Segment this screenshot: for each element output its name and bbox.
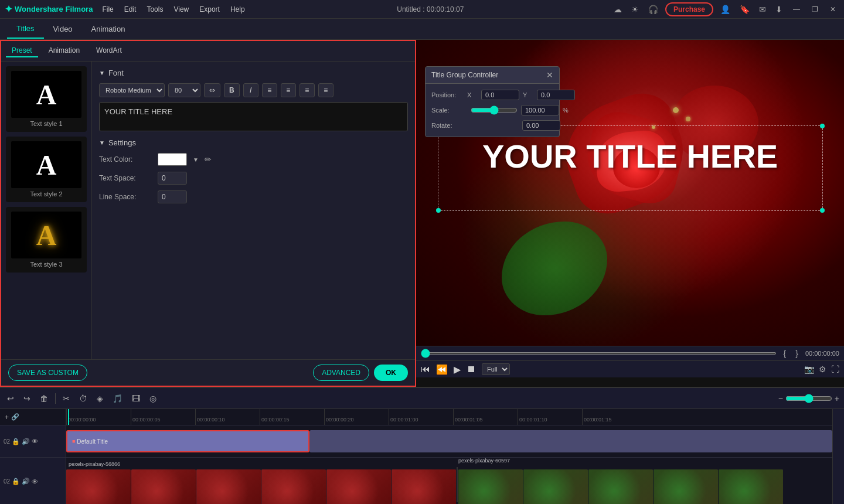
text-space-input[interactable] (158, 172, 187, 185)
spacing-btn[interactable]: ⇔ (204, 83, 220, 97)
minimize-button[interactable]: — (789, 4, 804, 15)
sun-icon[interactable]: ☀ (629, 4, 641, 15)
color-dropdown-icon[interactable]: ▼ (193, 156, 199, 163)
tgc-scale-input[interactable] (521, 105, 559, 115)
undo-btn[interactable]: ↩ (5, 393, 16, 404)
menu-view[interactable]: View (169, 3, 193, 16)
tgc-close-btn[interactable]: ✕ (546, 70, 553, 80)
play-btn[interactable]: ▶ (454, 364, 461, 375)
quality-select[interactable]: Full (482, 363, 510, 375)
video-clip-1f[interactable] (392, 469, 456, 504)
timebar[interactable]: 00:00:00:00 00:00:00:05 00:00:00:10 00:0… (66, 409, 832, 425)
in-point-btn[interactable]: { (781, 349, 789, 358)
menu-file[interactable]: File (97, 3, 118, 16)
preset-tab-animation[interactable]: Animation (43, 45, 86, 57)
menu-export[interactable]: Export (195, 3, 224, 16)
align-center-btn[interactable]: ≡ (281, 83, 296, 97)
video-clip-1d[interactable] (261, 469, 326, 504)
step-back-btn[interactable]: ⏪ (436, 364, 448, 375)
download-icon[interactable]: ⬇ (773, 4, 785, 15)
zoom-in-icon[interactable]: + (835, 394, 839, 403)
line-space-input[interactable] (158, 190, 187, 203)
mail-icon[interactable]: ✉ (757, 4, 768, 15)
color-picker[interactable] (158, 153, 187, 166)
cloud-icon[interactable]: ☁ (611, 4, 624, 15)
settings-section-header[interactable]: ▼ Settings (99, 138, 408, 147)
eyedropper-icon[interactable]: ✏ (205, 155, 212, 164)
video-clip-1e[interactable] (326, 469, 391, 504)
video-clip-2b[interactable] (523, 469, 588, 504)
topbar-right: ☁ ☀ 🎧 Purchase 👤 🔖 ✉ ⬇ — ❐ ✕ (611, 2, 839, 16)
audio-btn[interactable]: 🎵 (110, 393, 125, 404)
stop-btn[interactable]: ⏹ (467, 364, 476, 374)
preview-title-text[interactable]: YOUR TITLE HERE (482, 137, 778, 175)
title-clip[interactable]: ■ Default Title (66, 430, 309, 452)
advanced-button[interactable]: ADVANCED (313, 365, 369, 381)
delete-btn[interactable]: 🗑 (38, 393, 50, 404)
zoom-out-icon[interactable]: − (778, 394, 783, 403)
menu-edit[interactable]: Edit (120, 3, 141, 16)
video-volume-icon[interactable]: 🔊 (22, 478, 30, 485)
tab-video[interactable]: Video (44, 20, 82, 38)
preset-tab-preset[interactable]: Preset (6, 45, 38, 57)
expand-icon[interactable]: ⛶ (831, 365, 839, 374)
settings-icon[interactable]: ⚙ (819, 365, 826, 374)
out-point-btn[interactable]: } (793, 349, 801, 358)
video-eye-icon[interactable]: 👁 (32, 478, 38, 485)
close-button[interactable]: ✕ (826, 4, 839, 15)
snapshot-icon[interactable]: 📷 (804, 365, 814, 374)
clip-btn[interactable]: 🎞 (130, 393, 142, 404)
eye-icon[interactable]: 👁 (32, 438, 38, 445)
line-space-label: Line Space: (99, 193, 152, 201)
video-clip-2a[interactable] (458, 469, 523, 504)
bookmark-icon[interactable]: 🔖 (737, 4, 752, 15)
style-item-3[interactable]: A Text style 3 (6, 207, 87, 273)
style-item-1[interactable]: A Text style 1 (6, 66, 87, 132)
align-right-btn[interactable]: ≡ (300, 83, 315, 97)
tgc-rotate-input[interactable] (522, 120, 560, 131)
menu-help[interactable]: Help (226, 3, 250, 16)
video-track-2-container: pexels-pixabay-60597 (458, 467, 523, 502)
bold-btn[interactable]: B (224, 83, 240, 97)
save-as-custom-button[interactable]: SAVE AS CUSTOM (8, 365, 87, 381)
align-justify-btn[interactable]: ≡ (318, 83, 333, 97)
italic-btn[interactable]: I (243, 83, 258, 97)
preset-tab-wordart[interactable]: WordArt (90, 45, 128, 57)
align-left-btn[interactable]: ≡ (262, 83, 277, 97)
video-clip-1a[interactable] (66, 469, 131, 504)
lock-icon[interactable]: 🔒 (12, 438, 20, 445)
video-clip-2d[interactable] (654, 469, 718, 504)
tgc-y-input[interactable] (537, 90, 575, 100)
tgc-x-input[interactable] (481, 90, 519, 100)
speed-btn[interactable]: ⏱ (77, 393, 90, 404)
video-clip-2c[interactable] (588, 469, 653, 504)
font-size-select[interactable]: 80 (168, 83, 200, 97)
style-item-2[interactable]: A Text style 2 (6, 137, 87, 202)
color-btn[interactable]: ◈ (94, 393, 106, 404)
text-input[interactable]: YOUR TITLE HERE (99, 102, 408, 131)
preview-timeline-slider[interactable] (421, 352, 777, 355)
link-icon[interactable]: 🔗 (11, 413, 19, 421)
headphone-icon[interactable]: 🎧 (646, 4, 661, 15)
video-clip-1c[interactable] (196, 469, 261, 504)
purchase-button[interactable]: Purchase (665, 2, 713, 16)
video-clip-2e[interactable] (719, 469, 783, 504)
ok-button[interactable]: OK (374, 365, 408, 381)
tgc-scale-slider[interactable] (471, 105, 518, 115)
menu-tools[interactable]: Tools (142, 3, 168, 16)
cut-btn[interactable]: ✂ (60, 393, 72, 404)
video-clip-1b[interactable] (131, 469, 196, 504)
zoom-slider[interactable] (785, 394, 832, 403)
maximize-button[interactable]: ❐ (808, 4, 822, 15)
rewind-btn[interactable]: ⏮ (421, 364, 430, 374)
add-track-icon[interactable]: + (5, 413, 9, 421)
user-icon[interactable]: 👤 (718, 4, 733, 15)
volume-icon[interactable]: 🔊 (22, 438, 30, 445)
tab-animation[interactable]: Animation (82, 20, 135, 38)
stabilize-btn[interactable]: ◎ (147, 393, 159, 404)
font-section-header[interactable]: ▼ Font (99, 69, 408, 77)
font-family-select[interactable]: Roboto Medium (99, 83, 165, 97)
video-lock-icon[interactable]: 🔒 (12, 478, 20, 485)
redo-btn[interactable]: ↪ (21, 393, 33, 404)
tab-titles[interactable]: Titles (7, 19, 44, 39)
